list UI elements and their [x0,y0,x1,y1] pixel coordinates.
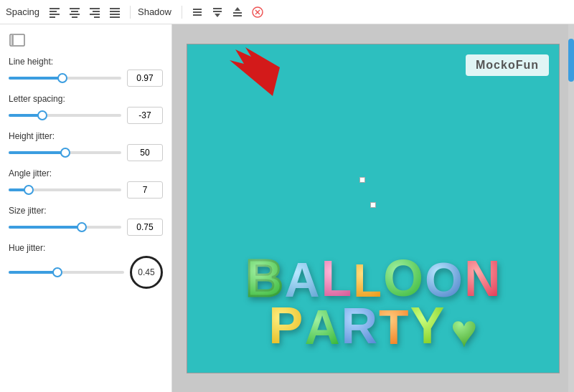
line-height-slider[interactable] [9,71,121,85]
balloon-heart: ♥ [451,308,478,354]
svg-rect-12 [110,8,120,9]
size-jitter-slider[interactable] [9,220,121,234]
height-jitter-control: Height jitter: [9,131,163,161]
divider-2 [182,6,182,19]
toolbar: Spacing Shadow [0,0,574,24]
line-height-label: Line height: [9,57,163,67]
text-box-icon [9,32,163,51]
move-layer-up-icon[interactable] [230,4,245,20]
svg-rect-18 [193,14,202,16]
main-area: Line height: Letter spacing: [0,24,574,392]
svg-rect-13 [110,11,120,12]
svg-rect-1 [50,11,57,12]
size-jitter-input[interactable] [127,219,163,236]
angle-jitter-input[interactable] [127,181,163,199]
height-jitter-slider[interactable] [9,145,121,160]
svg-rect-29 [11,34,14,46]
align-center-icon[interactable] [67,4,83,20]
line-height-control: Line height: [9,57,163,87]
hue-jitter-slider[interactable] [9,265,124,279]
brand-watermark: MockoFun [466,54,549,76]
svg-rect-17 [193,11,202,13]
height-jitter-label: Height jitter: [9,131,163,141]
hue-jitter-label: Hue jitter: [9,243,163,253]
angle-jitter-label: Angle jitter: [9,168,163,178]
size-jitter-label: Size jitter: [9,206,163,216]
svg-rect-15 [110,16,120,18]
spacing-label: Spacing [6,6,39,17]
svg-rect-16 [193,9,202,10]
svg-rect-14 [110,14,120,15]
svg-rect-20 [213,11,222,12]
svg-marker-21 [215,14,220,17]
svg-rect-5 [71,11,78,12]
balloon-letter-t: T [379,302,409,351]
balloon-letter-b: B [245,252,283,304]
align-left-icon[interactable] [47,4,62,20]
height-jitter-input[interactable] [127,144,163,161]
svg-rect-19 [213,8,222,9]
canvas-area: MockoFun B A L L O [172,24,574,392]
letter-spacing-control: Letter spacing: [9,94,163,124]
shadow-label[interactable]: Shadow [138,6,171,17]
balloon-letter-l1: L [321,254,352,304]
svg-marker-24 [235,7,240,11]
letter-spacing-input[interactable] [127,107,163,124]
svg-rect-23 [233,15,242,16]
balloon-letter-n: N [464,254,501,304]
move-layer-down-icon[interactable] [210,4,225,20]
size-jitter-control: Size jitter: [9,206,163,236]
balloon-letter-a2: A [304,302,339,351]
balloon-letter-l2: L [353,257,382,304]
vertical-scrollbar[interactable] [568,24,574,392]
align-right-icon[interactable] [87,4,103,20]
layers-icon[interactable] [189,4,205,20]
svg-rect-2 [50,14,60,15]
svg-rect-6 [70,14,80,15]
left-panel: Line height: Letter spacing: [0,24,172,392]
delete-element-icon[interactable] [250,4,265,20]
selection-handle-bl [370,202,376,208]
selection-handle-tl [359,177,365,183]
svg-rect-8 [90,8,100,9]
balloon-letter-o1: O [383,252,423,304]
canvas[interactable]: MockoFun B A L L O [187,44,560,373]
svg-rect-4 [70,8,80,9]
svg-rect-9 [93,11,100,12]
svg-rect-7 [72,16,77,18]
svg-rect-0 [50,8,60,9]
hue-jitter-control: Hue jitter: 0.45 [9,243,163,289]
svg-rect-22 [233,12,242,14]
letter-spacing-slider[interactable] [9,108,121,123]
divider-1 [130,6,131,19]
balloon-letter-p: P [268,300,303,351]
scrollbar-thumb[interactable] [568,39,574,82]
balloon-letter-r: R [342,301,378,351]
line-height-input[interactable] [127,70,163,87]
justify-icon[interactable] [107,4,123,20]
angle-jitter-slider[interactable] [9,183,121,197]
svg-rect-11 [94,16,100,18]
svg-rect-3 [50,16,55,18]
letter-spacing-label: Letter spacing: [9,94,163,104]
angle-jitter-control: Angle jitter: [9,168,163,199]
hue-jitter-circle-value: 0.45 [130,256,163,289]
svg-rect-10 [90,14,100,15]
balloon-letter-y: Y [410,300,445,351]
